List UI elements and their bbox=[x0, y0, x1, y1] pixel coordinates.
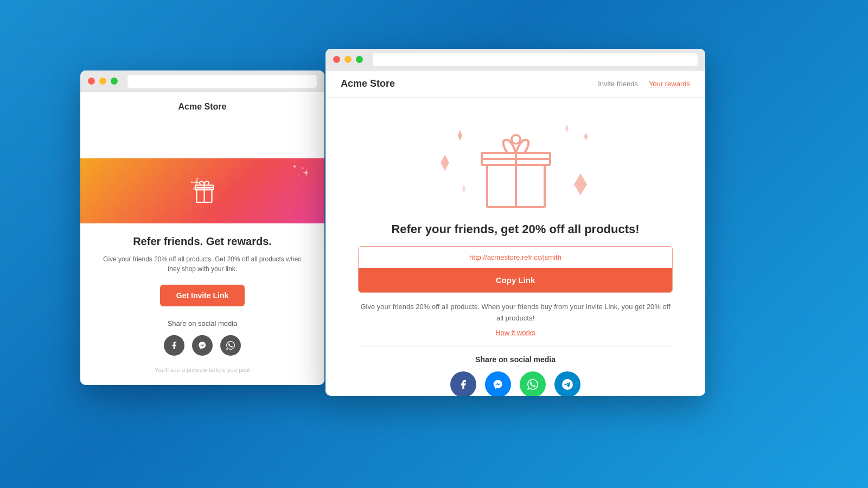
svg-marker-19 bbox=[462, 184, 465, 193]
front-nav: Acme Store Invite friends Your rewards bbox=[326, 70, 705, 98]
svg-marker-18 bbox=[565, 125, 569, 132]
back-banner-sparkles bbox=[292, 164, 308, 180]
front-telegram-icon[interactable] bbox=[554, 371, 580, 396]
how-it-works-link[interactable]: How it works bbox=[495, 329, 535, 337]
back-tl-red[interactable] bbox=[88, 78, 95, 85]
front-urlbar[interactable] bbox=[373, 53, 698, 66]
front-tl-green[interactable] bbox=[356, 56, 363, 63]
divider bbox=[358, 346, 673, 346]
front-tl-yellow[interactable] bbox=[344, 56, 352, 63]
svg-point-4 bbox=[190, 194, 191, 195]
svg-marker-17 bbox=[584, 133, 588, 140]
back-titlebar bbox=[80, 70, 324, 92]
front-facebook-icon[interactable] bbox=[450, 371, 476, 396]
svg-marker-15 bbox=[458, 130, 462, 141]
front-social-icons bbox=[358, 371, 673, 396]
front-titlebar bbox=[326, 49, 705, 70]
front-messenger-icon[interactable] bbox=[485, 371, 511, 396]
back-messenger-icon[interactable] bbox=[192, 335, 213, 356]
svg-point-12 bbox=[298, 174, 299, 175]
svg-point-3 bbox=[188, 189, 189, 190]
referral-url: http://acmestore.refr.cc/jsmith bbox=[359, 247, 672, 268]
svg-point-2 bbox=[193, 188, 195, 189]
svg-marker-13 bbox=[303, 169, 308, 176]
front-browser-window: Acme Store Invite friends Your rewards bbox=[326, 49, 705, 396]
back-store-title: Acme Store bbox=[97, 92, 308, 119]
svg-marker-14 bbox=[441, 155, 449, 171]
front-nav-links: Invite friends Your rewards bbox=[598, 80, 690, 88]
front-main-title: Refer your friends, get 20% off all prod… bbox=[358, 222, 673, 236]
back-urlbar[interactable] bbox=[127, 75, 317, 88]
back-invite-button[interactable]: Get Invite Link bbox=[160, 285, 245, 306]
front-browser-content: Acme Store Invite friends Your rewards bbox=[326, 70, 705, 396]
back-sub-text: Give your friends 20% off all products. … bbox=[97, 254, 308, 274]
back-hero-banner bbox=[80, 158, 324, 223]
front-tl-red[interactable] bbox=[333, 56, 340, 63]
back-share-label: Share on social media bbox=[97, 319, 308, 328]
nav-your-rewards[interactable]: Your rewards bbox=[649, 80, 690, 88]
back-preview-text: You'll see a preview before you post bbox=[97, 367, 308, 373]
front-body: Refer your friends, get 20% off all prod… bbox=[326, 98, 705, 396]
front-desc-text: Give your friends 20% off all products. … bbox=[358, 301, 673, 324]
back-tl-yellow[interactable] bbox=[99, 78, 106, 85]
front-gift-svg bbox=[401, 108, 629, 217]
svg-point-24 bbox=[512, 135, 520, 144]
svg-point-0 bbox=[191, 182, 193, 184]
nav-invite-friends[interactable]: Invite friends bbox=[598, 80, 638, 88]
back-browser-window: Acme Store bbox=[80, 70, 324, 385]
back-main-title: Refer friends. Get rewards. bbox=[97, 235, 308, 248]
back-facebook-icon[interactable] bbox=[164, 335, 184, 356]
back-whatsapp-icon[interactable] bbox=[220, 335, 241, 356]
referral-box: http://acmestore.refr.cc/jsmith Copy Lin… bbox=[358, 246, 673, 293]
front-nav-logo: Acme Store bbox=[341, 78, 395, 89]
svg-point-11 bbox=[302, 168, 304, 169]
svg-point-1 bbox=[197, 178, 199, 179]
svg-marker-16 bbox=[574, 174, 587, 195]
front-share-label: Share on social media bbox=[358, 355, 673, 364]
back-browser-content: Acme Store bbox=[80, 92, 324, 385]
gift-illustration bbox=[358, 108, 673, 217]
back-gift-icon bbox=[183, 172, 221, 210]
front-whatsapp-icon[interactable] bbox=[520, 371, 546, 396]
copy-link-button[interactable]: Copy Link bbox=[359, 268, 672, 292]
svg-point-10 bbox=[293, 165, 296, 168]
back-tl-green[interactable] bbox=[111, 78, 118, 85]
back-social-icons bbox=[97, 335, 308, 356]
